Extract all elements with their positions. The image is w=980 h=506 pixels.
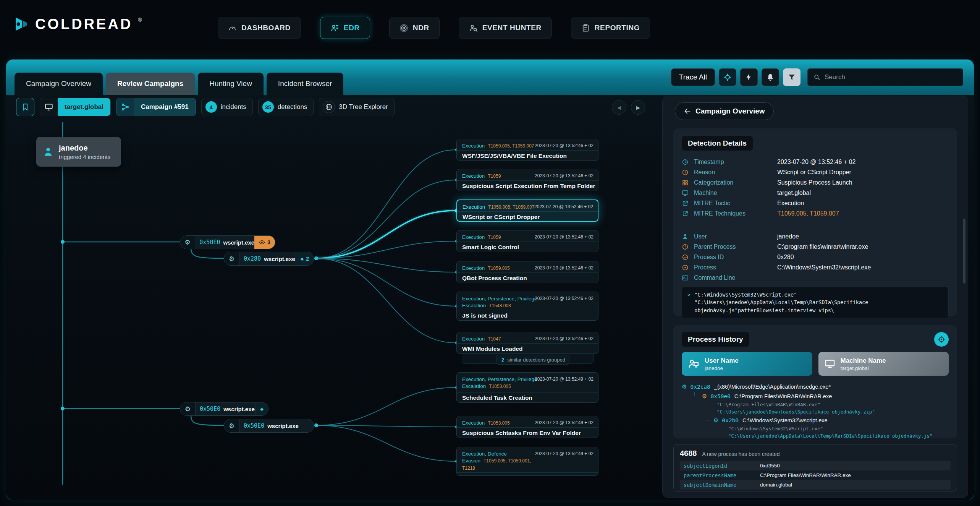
detection-card[interactable]: ExecutionT1053.0052023-07-20 @ 13:52:49 … bbox=[456, 416, 598, 438]
incidents-chip[interactable]: 4 incidents bbox=[201, 98, 253, 116]
process-node-1[interactable]: ⚙ 0x50E0 wscript.exe 3 bbox=[180, 235, 275, 249]
detection-techniques: T1059.005 bbox=[488, 266, 509, 271]
detail-row-command-line: Command Line bbox=[682, 272, 949, 283]
tab-campaign-overview[interactable]: Campaign Overview bbox=[15, 73, 103, 95]
detection-card[interactable]: Execution, Persistence, Privilege Escala… bbox=[456, 372, 598, 403]
ndr-radar-icon bbox=[399, 24, 408, 32]
chevron-right-icon: ▶ bbox=[636, 105, 640, 110]
alert-count-badge[interactable]: 3 bbox=[254, 236, 275, 249]
detection-card[interactable]: Execution, Persistence, Privilege Escala… bbox=[456, 292, 598, 321]
circle-dot-icon bbox=[682, 264, 689, 271]
search-box[interactable] bbox=[807, 68, 963, 86]
nav-label: REPORTING bbox=[595, 24, 640, 32]
external-link-icon bbox=[682, 210, 689, 217]
process-tree-row[interactable]: ⚙ 0x2b0 C:\Windows\System32\wscript.exe bbox=[703, 415, 949, 425]
funnel-icon bbox=[788, 73, 796, 81]
machine-chip-label: target.global bbox=[58, 98, 110, 116]
detection-card[interactable]: Execution, Defence EvasionT1059.005, T10… bbox=[456, 447, 598, 476]
search-input[interactable] bbox=[825, 73, 957, 81]
history-target-button[interactable] bbox=[934, 332, 949, 347]
detection-card[interactable]: ExecutionT10472023-07-20 @ 13:52:46 + 02… bbox=[456, 332, 598, 354]
app-root: COLDREAD ® DASHBOARD EDR NDR EVENT HUNTE… bbox=[0, 0, 980, 506]
detection-title: Scheduled Task Creation bbox=[457, 392, 598, 402]
tab-review-campaigns[interactable]: Review Campaigns bbox=[106, 73, 195, 95]
process-name: wscript.exe bbox=[267, 423, 299, 429]
nav-label: DASHBOARD bbox=[241, 24, 291, 32]
detection-title: JS is not signed bbox=[457, 310, 598, 320]
bookmark-button[interactable] bbox=[16, 98, 34, 116]
tree-elbow-connector bbox=[694, 392, 699, 396]
event-hunter-icon bbox=[469, 24, 478, 32]
process-node-2[interactable]: ⚙ 0x280 wscript.exe ◆ 2 bbox=[224, 252, 314, 266]
detection-timestamp: 2023-07-20 @ 13:52:46 + 02 bbox=[535, 143, 593, 149]
user-name-card[interactable]: User Name janedoe bbox=[682, 352, 812, 376]
prev-button[interactable]: ◀ bbox=[612, 100, 626, 115]
monitor-icon bbox=[40, 98, 58, 116]
detail-row-timestamp: Timestamp 2023-07-20 @ 13:52:46 + 02 bbox=[682, 157, 949, 167]
process-tree-row[interactable]: ⚙ 0x2ca8 _(x86)\Microsoft\Edge\Applicati… bbox=[682, 382, 949, 391]
detection-card[interactable]: ExecutionT10592023-07-20 @ 13:52:46 + 02… bbox=[456, 169, 598, 191]
detection-techniques: T1548.008 bbox=[489, 303, 511, 308]
machine-chip[interactable]: target.global bbox=[40, 98, 111, 116]
grouped-detections-badge[interactable]: 2 similar detections grouped bbox=[496, 355, 570, 365]
detection-count-badge[interactable]: ◆ 2 bbox=[296, 252, 314, 265]
user-node[interactable]: janedoe triggered 4 incidents bbox=[36, 137, 121, 167]
nav-ndr[interactable]: NDR bbox=[389, 17, 440, 39]
detection-card[interactable]: ExecutionT1059.005, T1059.0072023-07-20 … bbox=[456, 139, 598, 161]
panel-scrollbar[interactable] bbox=[963, 219, 965, 284]
tab-incident-browser[interactable]: Incident Browser bbox=[267, 73, 344, 95]
detection-title: WScript or CScript Dropper bbox=[457, 211, 598, 221]
brand-registered-mark: ® bbox=[138, 17, 142, 23]
process-tree: ⚙ 0x2ca8 _(x86)\Microsoft\Edge\Applicati… bbox=[682, 382, 949, 440]
user-node-text: janedoe triggered 4 incidents bbox=[59, 144, 110, 160]
detection-card[interactable]: ExecutionT1059.0052023-07-20 @ 13:52:46 … bbox=[456, 261, 598, 283]
edr-icon bbox=[330, 24, 339, 32]
trace-all-button[interactable]: Trace All bbox=[671, 68, 715, 86]
quick-actions-button[interactable] bbox=[740, 68, 758, 86]
section-title: Process History bbox=[682, 332, 749, 347]
detection-card-selected[interactable]: ExecutionT1059.005, T1059.0072023-07-20 … bbox=[456, 199, 598, 222]
person-icon bbox=[682, 233, 689, 240]
gear-icon: ⚙ bbox=[702, 393, 707, 400]
nav-dashboard[interactable]: DASHBOARD bbox=[218, 17, 301, 39]
detection-tactic: Execution bbox=[462, 336, 485, 342]
back-to-campaign-overview-button[interactable]: Campaign Overview bbox=[675, 102, 774, 120]
tree-path: C:\Program Files\WinRAR\WinRAR.exe bbox=[734, 393, 832, 399]
process-gear-icon: ⚙ bbox=[180, 402, 196, 415]
nav-event-hunter[interactable]: EVENT HUNTER bbox=[459, 17, 552, 39]
graph-pager: ◀ ▶ bbox=[612, 100, 645, 115]
event-description: A new process has been created bbox=[702, 451, 780, 457]
monitor-icon bbox=[682, 190, 689, 196]
detection-badge[interactable]: ◆ bbox=[256, 402, 268, 415]
machine-name-card[interactable]: Machine Name target.global bbox=[818, 352, 949, 376]
detection-techniques: T1059.005, T1059.007 bbox=[488, 143, 534, 149]
detail-panel: Campaign Overview Detection Details Time… bbox=[663, 96, 968, 498]
workspace-tabs: Campaign Overview Review Campaigns Hunti… bbox=[15, 73, 343, 95]
process-node-3[interactable]: ⚙ 0x50E0 wscript.exe ◆ bbox=[180, 402, 268, 416]
tab-hunting-view[interactable]: Hunting View bbox=[198, 73, 264, 95]
monitor-icon bbox=[825, 358, 835, 369]
process-tree-row[interactable]: ⚙ 0x50e0 C:\Program Files\WinRAR\WinRAR.… bbox=[692, 391, 949, 401]
back-button-label: Campaign Overview bbox=[695, 107, 765, 115]
process-node-4[interactable]: ⚙ 0x50E0 wscript.exe bbox=[224, 419, 314, 433]
detail-rows: Timestamp 2023-07-20 @ 13:52:46 + 02 Rea… bbox=[682, 157, 949, 318]
top-header: COLDREAD ® DASHBOARD EDR NDR EVENT HUNTE… bbox=[0, 0, 980, 57]
detection-card[interactable]: ExecutionT10592023-07-20 @ 13:52:46 + 02… bbox=[456, 230, 598, 252]
machine-card-title: Machine Name bbox=[841, 357, 886, 365]
tree-explorer-chip[interactable]: 3D Tree Explorer bbox=[319, 98, 395, 116]
nav-edr[interactable]: EDR bbox=[320, 17, 370, 39]
nav-reporting[interactable]: REPORTING bbox=[571, 17, 650, 39]
crosshair-button[interactable] bbox=[719, 68, 736, 86]
event-field-row: subjectDomainName domain.global bbox=[680, 480, 951, 490]
globe-icon bbox=[323, 101, 335, 113]
grouped-count: 2 bbox=[501, 357, 504, 363]
process-pid: 0x280 bbox=[244, 255, 261, 262]
detections-chip[interactable]: 35 detections bbox=[258, 98, 314, 116]
detection-tactic: Execution bbox=[462, 234, 485, 240]
campaign-chip[interactable]: Campaign #591 bbox=[116, 98, 196, 116]
filter-button[interactable] bbox=[783, 68, 800, 86]
tree-elbow-connector bbox=[706, 416, 711, 420]
notifications-button[interactable] bbox=[762, 68, 779, 86]
next-button[interactable]: ▶ bbox=[631, 100, 645, 115]
command-line-box[interactable]: > "C:\Windows\System32\WScript.exe" "C:\… bbox=[682, 287, 949, 318]
